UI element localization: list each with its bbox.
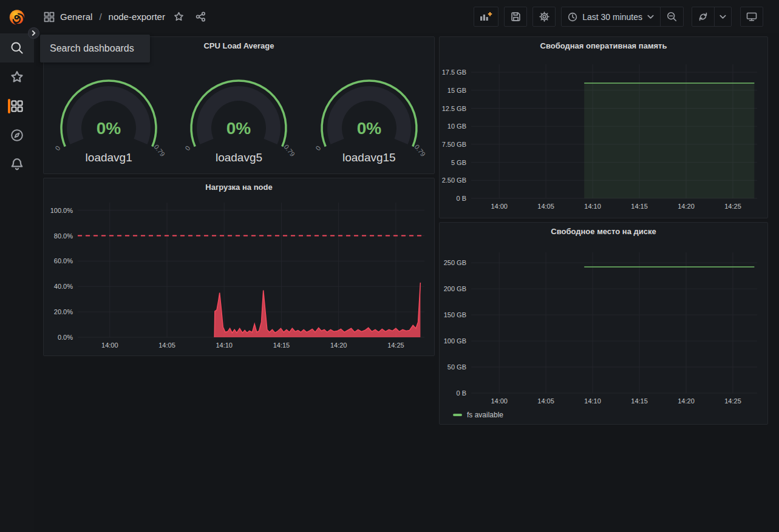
dashboard-breadcrumb-icon[interactable] xyxy=(44,12,55,22)
gauge-label: loadavg5 xyxy=(216,151,262,164)
gear-icon xyxy=(539,12,549,22)
gauge-value: 0% xyxy=(226,119,251,138)
refresh-icon xyxy=(698,12,708,22)
panel-free-memory: Свободная оперативная память 0 B2.50 GB5… xyxy=(439,36,768,218)
panel-node-load: Нагрузка на node 0.0%20.0%40.0%60.0%80.0… xyxy=(43,178,435,356)
gauge-max-label: 0.79 xyxy=(153,143,167,158)
breadcrumb-folder[interactable]: General xyxy=(60,12,92,22)
free-disk-chart[interactable]: 0 B50 GB100 GB150 GB200 GB250 GB14:0014:… xyxy=(440,223,767,424)
clock-icon xyxy=(568,12,577,22)
gauge: 0 0.79 0% loadavg15 xyxy=(304,76,434,164)
svg-text:14:10: 14:10 xyxy=(584,203,601,210)
bell-icon xyxy=(10,158,24,171)
panel-free-disk: Свободное место на диске 0 B50 GB100 GB1… xyxy=(439,222,768,425)
star-icon xyxy=(10,70,24,84)
gauge-min-label: 0 xyxy=(53,144,61,152)
svg-text:2.50 GB: 2.50 GB xyxy=(442,177,466,184)
star-dashboard-button[interactable] xyxy=(174,12,184,22)
node-load-chart[interactable]: 0.0%20.0%40.0%60.0%80.0%100.0%14:0014:05… xyxy=(44,178,434,355)
gauge-max-label: 0.79 xyxy=(283,143,297,158)
chevron-down-icon xyxy=(719,15,726,19)
svg-text:14:15: 14:15 xyxy=(273,342,290,349)
breadcrumb-dashboard[interactable]: node-exporter xyxy=(109,12,165,22)
chevron-right-icon xyxy=(31,30,36,36)
sidebar-item-explore[interactable] xyxy=(0,121,34,150)
refresh-dashboard-button[interactable] xyxy=(692,7,714,26)
gauge: 0 0.79 0% loadavg1 xyxy=(44,76,174,164)
svg-text:14:05: 14:05 xyxy=(537,203,554,210)
panel-title[interactable]: Нагрузка на node xyxy=(44,178,434,195)
gauge-value: 0% xyxy=(97,119,121,138)
star-icon xyxy=(174,12,184,22)
svg-text:14:00: 14:00 xyxy=(101,342,118,349)
dashboard-settings-button[interactable] xyxy=(532,7,556,27)
sidebar-item-alerting[interactable] xyxy=(0,150,34,179)
svg-text:100.0%: 100.0% xyxy=(50,207,73,214)
time-range-picker[interactable]: Last 30 minutes xyxy=(562,7,660,26)
compass-icon xyxy=(10,129,24,142)
dashboard-toolbar: Last 30 minutes xyxy=(474,7,763,27)
gauge: 0 0.79 0% loadavg5 xyxy=(174,76,304,164)
svg-text:14:00: 14:00 xyxy=(491,203,508,210)
zoom-out-icon xyxy=(667,12,677,22)
svg-text:7.50 GB: 7.50 GB xyxy=(442,141,466,148)
svg-text:60.0%: 60.0% xyxy=(54,257,73,264)
svg-text:14:25: 14:25 xyxy=(724,397,741,405)
grafana-logo-icon xyxy=(8,8,26,26)
svg-text:14:10: 14:10 xyxy=(216,342,233,349)
svg-text:14:10: 14:10 xyxy=(584,397,601,405)
svg-text:200 GB: 200 GB xyxy=(444,285,466,292)
svg-text:14:00: 14:00 xyxy=(491,397,508,405)
panel-title[interactable]: Свободная оперативная память xyxy=(440,37,767,54)
cycle-view-mode-button[interactable] xyxy=(740,7,763,27)
share-icon xyxy=(196,12,206,22)
gauge-arc: 0 0.79 0% xyxy=(311,76,427,161)
sidebar xyxy=(0,0,34,532)
panel-title[interactable]: Свободное место на диске xyxy=(440,223,767,240)
gauge-arc: 0 0.79 0% xyxy=(51,76,166,161)
svg-text:14:20: 14:20 xyxy=(678,397,695,405)
svg-text:20.0%: 20.0% xyxy=(54,308,73,315)
grid-icon xyxy=(44,12,55,22)
active-indicator xyxy=(8,99,10,113)
breadcrumb: General / node-exporter xyxy=(44,12,206,22)
search-tooltip-label: Search dashboards xyxy=(50,43,134,54)
svg-text:14:15: 14:15 xyxy=(631,203,648,210)
svg-text:40.0%: 40.0% xyxy=(54,283,73,290)
gauge-row: 0 0.79 0% loadavg1 0 0.79 0% loadavg5 0 … xyxy=(44,76,434,164)
svg-text:14:15: 14:15 xyxy=(631,397,648,405)
gauge-arc: 0 0.79 0% xyxy=(181,76,296,161)
gauge-min-label: 0 xyxy=(314,144,322,152)
svg-text:250 GB: 250 GB xyxy=(444,259,466,266)
svg-text:5 GB: 5 GB xyxy=(451,159,466,166)
sidebar-item-starred[interactable] xyxy=(0,62,34,92)
refresh-interval-dropdown[interactable] xyxy=(714,7,731,26)
chart-legend[interactable]: fs available xyxy=(453,411,503,419)
add-panel-button[interactable] xyxy=(474,7,498,27)
time-controls-group: Last 30 minutes xyxy=(561,7,684,27)
free-memory-chart[interactable]: 0 B2.50 GB5 GB7.50 GB10 GB12.5 GB15 GB17… xyxy=(440,37,767,218)
grafana-logo[interactable] xyxy=(0,0,34,33)
expand-sidebar-button[interactable] xyxy=(28,27,39,39)
search-icon xyxy=(10,41,24,55)
zoom-out-time-range-button[interactable] xyxy=(660,7,683,26)
svg-text:0 B: 0 B xyxy=(456,195,466,202)
svg-text:14:20: 14:20 xyxy=(678,203,695,210)
gauge-label: loadavg1 xyxy=(86,151,132,164)
sidebar-item-dashboards[interactable] xyxy=(0,92,34,121)
svg-text:0 B: 0 B xyxy=(456,389,466,397)
svg-text:150 GB: 150 GB xyxy=(444,311,466,318)
gauge-value: 0% xyxy=(357,119,382,138)
legend-swatch xyxy=(453,414,462,416)
svg-text:50 GB: 50 GB xyxy=(447,363,466,371)
save-icon xyxy=(511,12,521,22)
sidebar-item-search[interactable] xyxy=(0,33,34,62)
svg-text:14:05: 14:05 xyxy=(537,397,554,405)
refresh-group xyxy=(692,7,732,27)
save-dashboard-button[interactable] xyxy=(504,7,527,27)
legend-label[interactable]: fs available xyxy=(467,411,503,419)
time-range-label: Last 30 minutes xyxy=(582,12,642,22)
dashboards-grid-icon xyxy=(11,100,23,112)
share-dashboard-button[interactable] xyxy=(196,12,206,22)
gauge-min-label: 0 xyxy=(184,144,192,152)
